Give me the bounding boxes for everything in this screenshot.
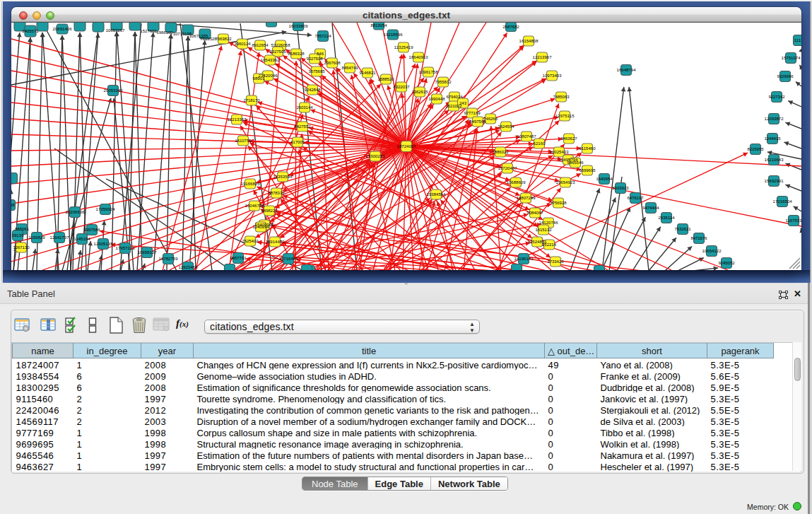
svg-text:16782759: 16782759 xyxy=(159,257,179,261)
svg-text:2367608: 2367608 xyxy=(324,61,341,65)
svg-text:9115460: 9115460 xyxy=(579,146,596,151)
svg-text:39139: 39139 xyxy=(12,233,25,238)
svg-text:2718170: 2718170 xyxy=(244,98,261,103)
svg-text:16210643: 16210643 xyxy=(765,158,784,162)
svg-text:252214: 252214 xyxy=(542,243,557,247)
svg-text:16543362: 16543362 xyxy=(261,58,281,62)
svg-text:19654923: 19654923 xyxy=(556,180,576,185)
svg-text:9242848: 9242848 xyxy=(305,88,322,92)
svg-text:20206536: 20206536 xyxy=(66,210,86,214)
svg-text:8322037: 8322037 xyxy=(394,85,411,89)
svg-text:8454749: 8454749 xyxy=(342,66,359,70)
svg-text:9777169: 9777169 xyxy=(464,111,481,115)
svg-text:243: 243 xyxy=(459,101,467,105)
svg-text:7955812: 7955812 xyxy=(435,80,452,84)
svg-text:546: 546 xyxy=(317,52,324,56)
svg-text:8427552: 8427552 xyxy=(295,124,312,129)
svg-text:10807487: 10807487 xyxy=(517,134,537,139)
svg-text:9084067: 9084067 xyxy=(527,211,544,215)
svg-text:8471676: 8471676 xyxy=(691,236,708,240)
svg-text:1145194: 1145194 xyxy=(74,237,91,241)
svg-text:3960124: 3960124 xyxy=(235,42,252,46)
svg-text:18807249: 18807249 xyxy=(517,196,536,200)
svg-text:19384554: 19384554 xyxy=(427,192,447,197)
svg-text:10046788: 10046788 xyxy=(245,204,265,208)
svg-text:7663822: 7663822 xyxy=(216,37,233,41)
svg-text:19218596: 19218596 xyxy=(384,33,404,37)
svg-text:7485063: 7485063 xyxy=(553,95,570,99)
svg-text:12975115: 12975115 xyxy=(555,114,575,118)
svg-text:12213967: 12213967 xyxy=(533,55,553,59)
svg-text:7632621: 7632621 xyxy=(675,227,692,231)
svg-text:11353594: 11353594 xyxy=(273,175,293,179)
svg-text:16648794: 16648794 xyxy=(617,68,637,72)
svg-text:2405571: 2405571 xyxy=(23,29,40,33)
svg-text:7886322: 7886322 xyxy=(493,150,510,154)
svg-text:10654122: 10654122 xyxy=(702,249,722,253)
svg-text:17016504: 17016504 xyxy=(773,199,793,204)
svg-text:11325419: 11325419 xyxy=(394,45,414,49)
svg-text:7515526: 7515526 xyxy=(200,37,217,41)
svg-text:2603144: 2603144 xyxy=(297,105,314,110)
svg-text:885061: 885061 xyxy=(15,227,30,231)
svg-text:18724007: 18724007 xyxy=(397,144,417,148)
svg-text:9756928: 9756928 xyxy=(551,201,567,205)
svg-text:3675685: 3675685 xyxy=(309,69,326,74)
svg-text:10653267: 10653267 xyxy=(106,28,125,33)
svg-text:9245052: 9245052 xyxy=(719,261,736,265)
svg-text:9327508: 9327508 xyxy=(307,57,324,61)
svg-text:1733426: 1733426 xyxy=(548,259,565,264)
svg-text:3624554: 3624554 xyxy=(498,124,515,129)
svg-text:10973493: 10973493 xyxy=(543,74,563,78)
svg-text:6794024: 6794024 xyxy=(447,95,464,99)
svg-text:6966160: 6966160 xyxy=(156,30,173,35)
svg-text:9465546: 9465546 xyxy=(567,160,584,165)
svg-text:16154808: 16154808 xyxy=(519,39,539,43)
svg-text:18640910: 18640910 xyxy=(409,55,429,59)
svg-text:3267130: 3267130 xyxy=(13,245,30,250)
svg-text:14120746: 14120746 xyxy=(539,221,559,225)
svg-text:9474444: 9474444 xyxy=(643,206,660,210)
svg-text:20691406: 20691406 xyxy=(53,27,73,31)
svg-text:417005: 417005 xyxy=(290,140,305,144)
svg-text:5498222: 5498222 xyxy=(261,209,278,213)
svg-text:9327505: 9327505 xyxy=(270,49,287,54)
svg-text:9457791: 9457791 xyxy=(230,256,247,260)
svg-text:16914479: 16914479 xyxy=(266,240,286,244)
svg-text:1588520: 1588520 xyxy=(378,77,395,81)
svg-text:5878332: 5878332 xyxy=(269,191,286,195)
svg-text:23300233: 23300233 xyxy=(366,154,386,158)
svg-text:17359924: 17359924 xyxy=(96,207,116,211)
svg-text:1362615: 1362615 xyxy=(412,90,429,94)
svg-text:7857224: 7857224 xyxy=(315,34,332,38)
svg-text:1610755: 1610755 xyxy=(235,139,252,143)
svg-text:9227342: 9227342 xyxy=(769,95,786,99)
svg-text:2935114: 2935114 xyxy=(659,216,676,220)
svg-text:14196141: 14196141 xyxy=(514,257,534,261)
svg-text:19166825: 19166825 xyxy=(241,182,261,186)
svg-text:1240994: 1240994 xyxy=(253,225,270,229)
svg-text:1112: 1112 xyxy=(794,38,802,42)
svg-text:10025433: 10025433 xyxy=(550,150,570,154)
svg-text:8912954: 8912954 xyxy=(252,43,269,47)
svg-text:10958107: 10958107 xyxy=(138,250,158,255)
svg-text:12923466: 12923466 xyxy=(179,265,199,269)
svg-text:12942737: 12942737 xyxy=(50,235,70,240)
svg-text:62160: 62160 xyxy=(534,141,546,146)
svg-text:1244415: 1244415 xyxy=(765,136,782,141)
svg-text:5933923: 5933923 xyxy=(613,186,630,190)
svg-text:15751074: 15751074 xyxy=(782,56,801,60)
svg-text:9146821: 9146821 xyxy=(360,71,377,75)
svg-text:15716485: 15716485 xyxy=(279,257,299,261)
svg-text:1156829: 1156829 xyxy=(29,235,46,240)
svg-text:6479197: 6479197 xyxy=(628,196,645,200)
svg-text:746266: 746266 xyxy=(483,117,498,121)
svg-text:17957223: 17957223 xyxy=(116,246,136,250)
svg-text:8215955: 8215955 xyxy=(748,147,765,151)
svg-text:10688609: 10688609 xyxy=(507,180,526,185)
svg-text:6699695: 6699695 xyxy=(579,168,596,173)
svg-text:2687682: 2687682 xyxy=(503,25,520,29)
svg-text:7625402: 7625402 xyxy=(242,239,259,243)
svg-text:98901: 98901 xyxy=(253,76,266,81)
svg-text:1527602: 1527602 xyxy=(140,29,157,33)
